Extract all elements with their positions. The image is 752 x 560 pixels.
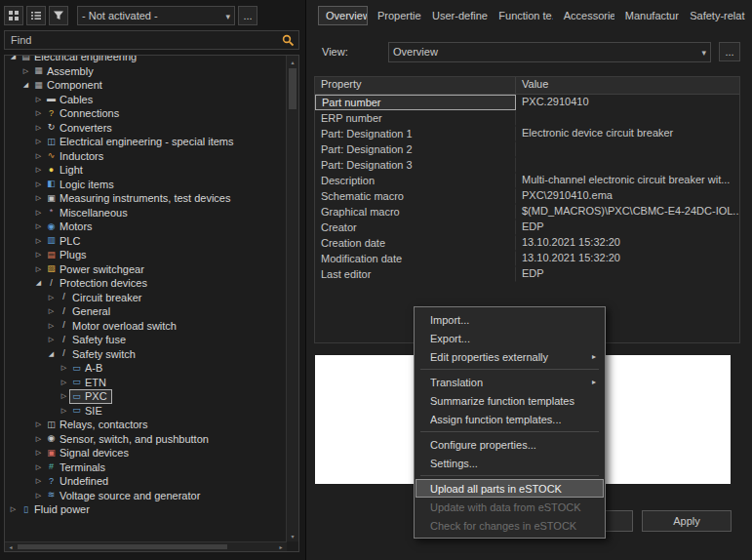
- tree-expander-icon[interactable]: [59, 361, 69, 375]
- property-row[interactable]: Part: Designation 3: [315, 157, 739, 173]
- tree-expander-icon[interactable]: [46, 333, 57, 346]
- tree-expander-icon[interactable]: [33, 106, 44, 120]
- tree-item[interactable]: ▭ PXC: [5, 389, 286, 404]
- tree-item[interactable]: ● Light: [5, 163, 286, 178]
- context-menu-item[interactable]: Edit properties externally: [416, 347, 604, 366]
- context-menu-item[interactable]: Import...: [416, 310, 604, 329]
- tree-expander-icon[interactable]: [33, 191, 44, 205]
- tree-item[interactable]: ▯ Fluid power: [5, 502, 286, 517]
- tree-expander-icon[interactable]: [46, 347, 57, 361]
- tree-expander-icon[interactable]: [33, 121, 44, 135]
- view-more-button[interactable]: ...: [719, 42, 740, 61]
- tree-expander-icon[interactable]: [33, 418, 44, 431]
- tree-expander-icon[interactable]: [20, 64, 31, 78]
- tree-expander-icon[interactable]: [33, 248, 44, 261]
- tree-item[interactable]: ◧ Logic items: [5, 178, 286, 192]
- tree-item[interactable]: / Circuit breaker: [5, 291, 286, 305]
- tree-item[interactable]: ▥ PLC: [5, 234, 286, 249]
- tree-expander-icon[interactable]: [46, 304, 57, 318]
- horizontal-scroll-thumb[interactable]: [18, 544, 227, 549]
- tree-item[interactable]: ▣ Measuring instruments, test devices: [5, 191, 286, 206]
- vertical-scroll-thumb[interactable]: [289, 68, 297, 109]
- filter-more-button[interactable]: ...: [238, 6, 257, 25]
- tree-expander-icon[interactable]: [59, 404, 69, 418]
- tree-expander-icon[interactable]: [59, 376, 69, 389]
- property-row[interactable]: Last editor EDP: [315, 266, 739, 282]
- tab[interactable]: Overview: [318, 6, 368, 25]
- context-menu-item[interactable]: Export...: [416, 329, 604, 347]
- tree-expander-icon[interactable]: [33, 276, 44, 290]
- property-row[interactable]: ERP number: [315, 110, 739, 126]
- tree-expander-icon[interactable]: [33, 474, 44, 488]
- scroll-right-icon[interactable]: [275, 542, 287, 551]
- tree-item[interactable]: ? Undefined: [5, 474, 286, 489]
- scroll-left-icon[interactable]: [5, 542, 17, 551]
- tree-expander-icon[interactable]: [33, 460, 44, 474]
- property-row[interactable]: Part number PXC.2910410: [315, 95, 739, 110]
- tree-item[interactable]: ↻ Converters: [5, 121, 286, 136]
- tree-expander-icon[interactable]: [33, 489, 44, 502]
- property-row[interactable]: Part: Designation 1 Electronic device ci…: [315, 126, 739, 141]
- tab[interactable]: Function te...: [491, 6, 553, 25]
- context-menu-item[interactable]: Summarize function templates: [416, 391, 604, 410]
- tree-view-button[interactable]: [4, 6, 23, 25]
- context-menu-item[interactable]: Settings...: [416, 454, 604, 472]
- tree-item[interactable]: ∿ Inductors: [5, 149, 286, 164]
- tab[interactable]: Manufactur...: [617, 6, 680, 25]
- property-row[interactable]: Part: Designation 2: [315, 141, 739, 157]
- tree-item[interactable]: ◉ Motors: [5, 220, 286, 234]
- tree-expander-icon[interactable]: [33, 135, 44, 148]
- context-menu-item[interactable]: Configure properties...: [416, 435, 604, 454]
- tree-item[interactable]: ▤ Plugs: [5, 248, 286, 262]
- tree-vertical-scrollbar[interactable]: [286, 56, 298, 541]
- tree-expander-icon[interactable]: [8, 56, 19, 63]
- property-row[interactable]: Creator EDP: [315, 220, 739, 235]
- scroll-up-icon[interactable]: [287, 56, 298, 67]
- tree-item[interactable]: ▤ Electrical engineering: [5, 56, 286, 64]
- tree-item[interactable]: / General: [5, 304, 286, 319]
- tree-item[interactable]: / Safety switch: [5, 347, 286, 362]
- tree-expander-icon[interactable]: [33, 178, 44, 191]
- tree-expander-icon[interactable]: [33, 206, 44, 220]
- tree-item[interactable]: ? Connections: [5, 106, 286, 121]
- tree-item[interactable]: ◉ Sensor, switch, and pushbutton: [5, 432, 286, 447]
- tree-expander-icon[interactable]: [33, 262, 44, 276]
- find-input[interactable]: [4, 30, 299, 50]
- tree-expander-icon[interactable]: [59, 389, 69, 403]
- tab[interactable]: Accessories: [556, 6, 615, 25]
- property-row[interactable]: Graphical macro $(MD_MACROS)\PXC\CBMC-E4…: [315, 204, 739, 220]
- search-icon[interactable]: [282, 34, 295, 49]
- tree-item[interactable]: ≋ Voltage source and generator: [5, 489, 286, 503]
- tree-item[interactable]: / Motor overload switch: [5, 319, 286, 334]
- tree-expander-icon[interactable]: [33, 234, 44, 248]
- apply-button[interactable]: Apply: [642, 510, 732, 532]
- tree-expander-icon[interactable]: [33, 149, 44, 163]
- tree-expander-icon[interactable]: [33, 220, 44, 233]
- tree-item[interactable]: ◫ Relays, contactors: [5, 418, 286, 432]
- list-view-button[interactable]: [26, 6, 46, 25]
- tree-item[interactable]: ▦ Component: [5, 78, 286, 93]
- tree-horizontal-scrollbar[interactable]: [5, 541, 287, 551]
- tab[interactable]: Safety-relat...: [682, 6, 746, 25]
- property-row[interactable]: Description Multi-channel electronic cir…: [315, 173, 739, 188]
- tree-expander-icon[interactable]: [8, 502, 19, 516]
- tree-item[interactable]: * Miscellaneous: [5, 206, 286, 220]
- tree-expander-icon[interactable]: [46, 319, 57, 333]
- scroll-down-icon[interactable]: [287, 530, 298, 541]
- context-menu-item[interactable]: Upload all parts in eSTOCK: [416, 479, 604, 498]
- tree-expander-icon[interactable]: [33, 93, 44, 106]
- tree-item[interactable]: ▭ ETN: [5, 376, 286, 390]
- tree-item[interactable]: ▬ Cables: [5, 93, 286, 107]
- tree-item[interactable]: ◫ Electrical engineering - special items: [5, 135, 286, 149]
- tree-item[interactable]: ▣ Signal devices: [5, 446, 286, 460]
- tree-item[interactable]: / Protection devices: [5, 276, 286, 291]
- tree-item[interactable]: ▦ Assembly: [5, 64, 286, 79]
- tree-item[interactable]: ▭ SIE: [5, 404, 286, 419]
- property-row[interactable]: Creation date 13.10.2021 15:32:20: [315, 235, 739, 251]
- tree-item[interactable]: # Terminals: [5, 460, 286, 475]
- filter-scheme-dropdown[interactable]: - Not activated -: [77, 6, 235, 25]
- tree-expander-icon[interactable]: [20, 78, 31, 92]
- tree-expander-icon[interactable]: [33, 163, 44, 177]
- filter-button[interactable]: [49, 6, 68, 25]
- property-row[interactable]: Schematic macro PXC\2910410.ema: [315, 188, 739, 204]
